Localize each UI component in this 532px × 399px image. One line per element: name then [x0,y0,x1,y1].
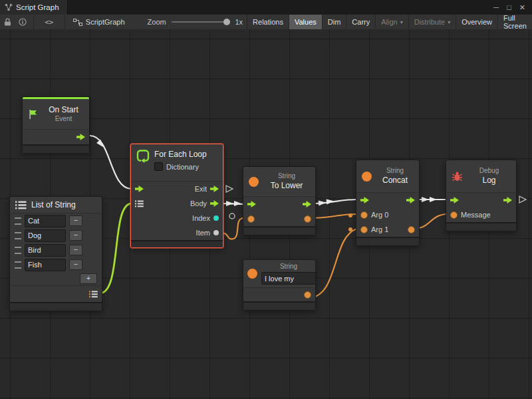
list-output-port[interactable] [89,291,98,298]
concat-flow-output-port[interactable] [406,197,415,203]
log-message-port[interactable]: Message [450,211,491,219]
node-on-start[interactable]: On Start Event [22,96,90,154]
flag-icon [28,109,39,120]
dim-button[interactable]: Dim [322,15,346,29]
drag-handle-icon[interactable] [15,261,21,269]
overview-button[interactable]: Overview [456,15,497,29]
list-icon [135,200,144,207]
remove-item-button[interactable]: − [69,245,82,255]
tab-script-graph[interactable]: Script Graph [0,0,68,15]
concat-arg0-port[interactable]: Arg 0 [360,211,388,219]
to-lower-flow-input-port[interactable] [247,201,256,207]
zoom-label: Zoom [148,18,166,26]
node-debug-log[interactable]: Debug Log Message [446,160,517,231]
info-icon[interactable] [15,15,31,29]
node-title: To Lower [271,181,303,191]
carry-button[interactable]: Carry [346,15,375,29]
dictionary-checkbox[interactable] [154,162,163,171]
fullscreen-button[interactable]: Full Screen [497,15,532,29]
list-item-input[interactable] [25,244,66,257]
graph-canvas[interactable]: On Start Event [0,29,532,399]
for-each-body-port[interactable]: Body [190,200,219,207]
value-bubble [229,213,235,219]
wire-onstart-to-foreach[interactable] [90,136,132,189]
lock-icon[interactable] [0,15,15,29]
remove-item-button[interactable]: − [69,259,82,270]
maximize-button[interactable]: □ [507,3,511,11]
concat-flow-input-port[interactable] [360,197,369,203]
to-lower-string-output-port[interactable] [304,215,311,223]
drag-handle-icon[interactable] [15,247,21,254]
add-item-button[interactable]: + [80,273,97,284]
minimize-button[interactable]: ─ [493,3,499,11]
for-each-index-port[interactable]: Index [192,214,219,222]
node-type: Debug [479,167,499,176]
code-icon[interactable]: <> [37,18,62,27]
on-start-header: On Start Event [23,99,89,129]
loop-icon [136,150,150,163]
wire-arrow-icon [319,200,327,205]
unconnected-log-out-port[interactable] [519,196,526,203]
string-type-icon [247,269,257,279]
string-port-icon [408,226,415,233]
drag-handle-icon[interactable] [15,232,21,239]
node-footer [131,240,223,247]
node-footer [356,237,419,245]
for-each-exit-port[interactable]: Exit [195,185,219,193]
string-literal-header: String [243,260,315,287]
node-concat[interactable]: String Concat Arg 0 [356,160,420,246]
remove-item-button[interactable]: − [69,215,82,226]
string-value-input[interactable] [261,272,316,285]
scriptgraph-icon [73,19,82,26]
list-item-input[interactable] [25,259,66,271]
distribute-dropdown[interactable]: Distribute ▾ [408,15,456,29]
to-lower-flow-output-port[interactable] [303,201,311,207]
string-port-icon [450,211,458,219]
for-each-flow-input-port[interactable] [135,186,144,192]
concat-result-output-port[interactable] [408,226,415,233]
close-button[interactable]: ✕ [519,3,525,12]
node-footer [23,144,89,153]
node-footer [243,226,315,235]
log-flow-output-port[interactable] [503,197,512,203]
toolbar: <> ScriptGraph Zoom 1x Relations Values … [0,15,532,30]
list-item-input[interactable] [25,229,66,242]
concat-header: String Concat [356,160,419,192]
dictionary-label: Dictionary [166,163,199,171]
remove-item-button[interactable]: − [69,230,82,241]
node-string-literal[interactable]: String [243,259,316,311]
concat-arg1-port[interactable]: Arg 1 [360,225,388,233]
wire-arrow-icon [234,201,241,206]
to-lower-string-input-port[interactable] [247,215,255,223]
node-list-of-string[interactable]: List of String − − − [9,196,102,311]
log-flow-input-port[interactable] [450,197,459,203]
for-each-list-input-port[interactable] [135,200,144,207]
toolbar-buttons: Relations Values Dim Carry Align ▾ Distr… [247,15,532,29]
list-item-row: − [10,213,102,228]
unconnected-exit-port[interactable] [226,186,233,192]
wire-item-to-tolower[interactable] [221,218,243,239]
string-literal-output-port[interactable] [304,291,311,299]
zoom-slider[interactable] [172,21,230,23]
align-dropdown[interactable]: Align ▾ [375,15,408,29]
int-port-icon [213,215,219,221]
node-to-lower[interactable]: String To Lower [243,166,316,235]
values-button[interactable]: Values [289,15,322,29]
scriptgraph-selector[interactable]: ScriptGraph [68,18,130,26]
for-each-item-port[interactable]: Item [196,229,219,237]
string-port-icon [360,226,368,233]
node-for-each-loop[interactable]: For Each Loop Dictionary Exit [130,144,223,248]
relations-button[interactable]: Relations [247,15,289,29]
zoom-value: 1x [235,18,243,26]
value-bubble [348,213,352,217]
node-subtitle: Event [55,115,72,124]
scriptgraph-label: ScriptGraph [86,18,125,26]
list-item-input[interactable] [25,215,66,227]
wire-list-to-foreach[interactable] [100,203,132,293]
value-bubble [348,227,352,231]
zoom-slider-knob[interactable] [223,19,230,25]
drag-handle-icon[interactable] [15,217,21,225]
on-start-output-port[interactable] [76,134,85,140]
string-port-icon [304,291,311,299]
wire-arrow-icon [430,197,437,202]
